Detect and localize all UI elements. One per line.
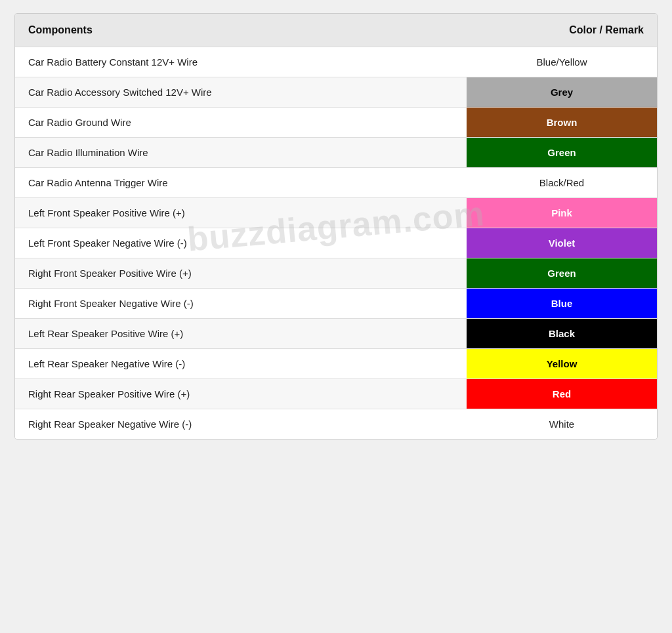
table-row: Car Radio Illumination WireGreen <box>15 138 657 168</box>
table-header-row: Components Color / Remark <box>15 14 657 47</box>
wiring-table: Components Color / Remark Car Radio Batt… <box>15 14 657 439</box>
component-cell: Right Front Speaker Negative Wire (-) <box>15 289 432 319</box>
component-cell: Left Rear Speaker Negative Wire (-) <box>15 349 432 379</box>
component-cell: Car Radio Antenna Trigger Wire <box>15 168 432 198</box>
color-cell: Blue/Yellow <box>432 47 657 77</box>
color-cell: White <box>432 409 657 439</box>
table-row: Car Radio Battery Constant 12V+ WireBlue… <box>15 47 657 77</box>
color-cell: Green <box>432 258 657 289</box>
component-cell: Car Radio Illumination Wire <box>15 138 432 168</box>
component-cell: Right Rear Speaker Positive Wire (+) <box>15 379 432 409</box>
color-cell: Yellow <box>432 349 657 379</box>
table-row: Car Radio Accessory Switched 12V+ WireGr… <box>15 77 657 108</box>
table-row: Right Front Speaker Negative Wire (-)Blu… <box>15 289 657 319</box>
color-remark-header: Color / Remark <box>432 14 657 47</box>
component-cell: Left Front Speaker Positive Wire (+) <box>15 198 432 228</box>
table-row: Left Front Speaker Negative Wire (-)Viol… <box>15 228 657 258</box>
color-cell: Green <box>432 138 657 168</box>
wiring-table-container: buzzdiagram.com Components Color / Remar… <box>14 13 658 439</box>
color-cell: Violet <box>432 228 657 258</box>
component-cell: Right Rear Speaker Negative Wire (-) <box>15 409 432 439</box>
table-row: Car Radio Antenna Trigger WireBlack/Red <box>15 168 657 198</box>
component-cell: Car Radio Ground Wire <box>15 108 432 138</box>
color-cell: Brown <box>432 108 657 138</box>
color-cell: Pink <box>432 198 657 228</box>
table-row: Right Rear Speaker Negative Wire (-)Whit… <box>15 409 657 439</box>
color-cell: Blue <box>432 289 657 319</box>
color-cell: Black <box>432 319 657 349</box>
components-header: Components <box>15 14 432 47</box>
component-cell: Right Front Speaker Positive Wire (+) <box>15 258 432 289</box>
component-cell: Car Radio Accessory Switched 12V+ Wire <box>15 77 432 108</box>
table-row: Left Front Speaker Positive Wire (+)Pink <box>15 198 657 228</box>
component-cell: Left Rear Speaker Positive Wire (+) <box>15 319 432 349</box>
color-cell: Red <box>432 379 657 409</box>
component-cell: Left Front Speaker Negative Wire (-) <box>15 228 432 258</box>
table-row: Left Rear Speaker Positive Wire (+)Black <box>15 319 657 349</box>
table-row: Right Rear Speaker Positive Wire (+)Red <box>15 379 657 409</box>
table-row: Car Radio Ground WireBrown <box>15 108 657 138</box>
table-row: Left Rear Speaker Negative Wire (-)Yello… <box>15 349 657 379</box>
color-cell: Grey <box>432 77 657 108</box>
table-body: Car Radio Battery Constant 12V+ WireBlue… <box>15 47 657 439</box>
table-row: Right Front Speaker Positive Wire (+)Gre… <box>15 258 657 289</box>
color-cell: Black/Red <box>432 168 657 198</box>
component-cell: Car Radio Battery Constant 12V+ Wire <box>15 47 432 77</box>
